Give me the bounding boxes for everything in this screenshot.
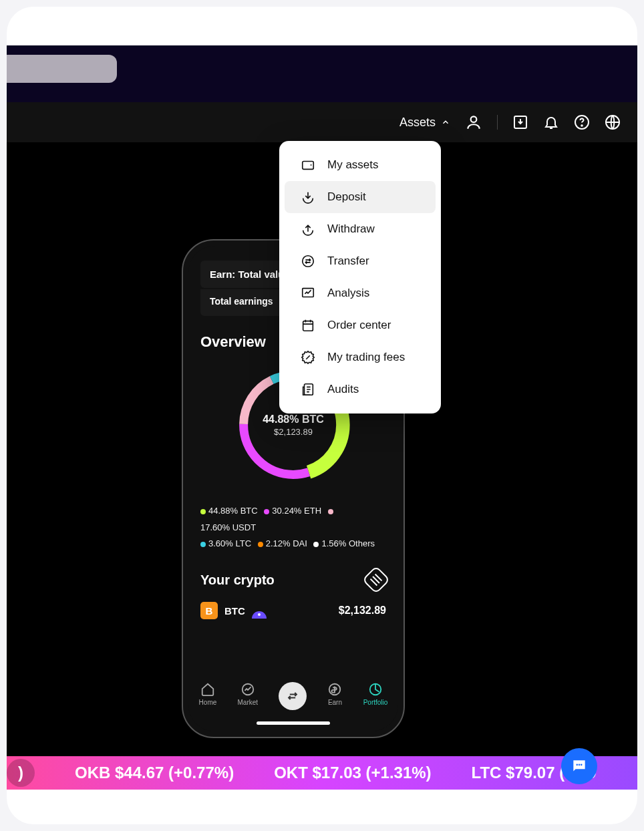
ticker-item-okb: OKB $44.67 (+0.77%) (75, 764, 234, 782)
chat-fab[interactable] (561, 748, 597, 784)
nav-market-label: Market (237, 699, 258, 706)
earn-icon (327, 682, 342, 697)
dd-transfer[interactable]: Transfer (285, 245, 436, 277)
dd-withdraw[interactable]: Withdraw (285, 213, 436, 245)
dd-analysis[interactable]: Analysis (285, 277, 436, 309)
nav-home[interactable]: Home (199, 682, 217, 706)
dd-my-assets[interactable]: My assets (285, 149, 436, 181)
dd-my-assets-label: My assets (327, 158, 379, 172)
portfolio-icon (368, 682, 383, 697)
legend-dot-others (313, 542, 319, 547)
nav-home-label: Home (199, 699, 217, 706)
nav-portfolio[interactable]: Portfolio (363, 682, 388, 706)
svg-point-3 (581, 125, 583, 126)
ticker-item-okt: OKT $17.03 (+1.31%) (274, 764, 431, 782)
trading-fees-icon (301, 350, 315, 365)
chevron-up-icon (441, 118, 450, 127)
nav-bar: Assets (7, 102, 637, 142)
legend-others: 1.56% Others (321, 538, 375, 548)
dd-trading-fees[interactable]: My trading fees (285, 341, 436, 373)
crypto-row-btc[interactable]: B BTC $2,132.89 (200, 602, 386, 619)
dd-withdraw-label: Withdraw (327, 222, 375, 236)
nav-earn-label: Earn (328, 699, 342, 706)
svg-point-19 (576, 764, 578, 766)
nav-separator (497, 115, 498, 130)
transfer-icon (301, 254, 315, 269)
crypto-value: $2,132.89 (339, 605, 386, 617)
ticker-item-partial: ) (7, 759, 35, 787)
legend-dot-eth (264, 509, 269, 514)
price-ticker: ) OKB $44.67 (+0.77%) OKT $17.03 (+1.31%… (7, 756, 637, 790)
order-center-icon (301, 318, 315, 333)
svg-point-21 (581, 764, 583, 766)
wallet-icon (301, 158, 315, 172)
nav-assets-dropdown-trigger[interactable]: Assets (399, 116, 450, 130)
globe-icon[interactable] (605, 114, 621, 130)
swap-icon (286, 689, 299, 703)
dd-order-center-label: Order center (327, 319, 391, 332)
market-icon (240, 682, 255, 697)
donut-center-amount: $2,123.89 (274, 427, 313, 437)
dd-deposit[interactable]: Deposit (285, 181, 436, 213)
chat-icon (571, 758, 588, 775)
svg-point-15 (303, 256, 314, 267)
shuffle-icon[interactable] (362, 566, 390, 594)
total-earnings-label: Total earnings (210, 296, 273, 307)
btc-icon: B (200, 602, 218, 619)
nav-assets-label: Assets (399, 116, 436, 130)
legend-eth: 30.24% ETH (272, 506, 321, 516)
nav-portfolio-label: Portfolio (363, 699, 388, 706)
deposit-icon (301, 190, 315, 204)
nav-earn[interactable]: Earn (327, 682, 342, 706)
svg-point-0 (471, 116, 477, 122)
analysis-icon (301, 286, 315, 301)
user-icon[interactable] (465, 114, 482, 131)
bell-icon[interactable] (543, 114, 559, 130)
svg-rect-17 (303, 321, 313, 331)
crypto-symbol: BTC (224, 605, 245, 617)
assets-dropdown: My assets Deposit Withdraw Transfer Anal… (279, 141, 441, 413)
legend-ltc: 3.60% LTC (208, 538, 251, 548)
svg-rect-14 (303, 162, 314, 170)
logo-placeholder (7, 55, 117, 83)
audits-icon (301, 382, 315, 397)
legend-usdt: 17.60% USDT (200, 522, 256, 532)
legend-dot-btc (200, 509, 206, 514)
legend-dai: 2.12% DAI (266, 538, 307, 548)
dd-deposit-label: Deposit (327, 190, 366, 204)
donut-center-pct: 44.88% BTC (263, 413, 324, 426)
withdraw-icon (301, 222, 315, 236)
legend-dot-usdt (328, 509, 333, 514)
help-icon[interactable] (574, 114, 590, 130)
your-crypto-title: Your crypto (200, 572, 275, 588)
dd-order-center[interactable]: Order center (285, 309, 436, 341)
download-icon[interactable] (512, 114, 528, 130)
nav-market[interactable]: Market (237, 682, 258, 706)
sparkline-indicator (252, 611, 267, 619)
dd-analysis-label: Analysis (327, 287, 369, 300)
home-indicator (257, 721, 330, 725)
svg-point-20 (579, 764, 581, 766)
dd-transfer-label: Transfer (327, 255, 369, 268)
home-icon (200, 682, 215, 697)
dd-trading-fees-label: My trading fees (327, 351, 405, 364)
legend-dot-ltc (200, 542, 206, 547)
nav-center-swap[interactable] (279, 682, 307, 710)
dd-audits-label: Audits (327, 383, 359, 396)
donut-legend: 44.88% BTC 30.24% ETH 17.60% USDT 3.60% … (200, 503, 386, 552)
earn-label: Earn: Total value (210, 269, 290, 280)
dd-audits[interactable]: Audits (285, 373, 436, 405)
legend-btc: 44.88% BTC (208, 506, 258, 516)
legend-dot-dai (258, 542, 263, 547)
